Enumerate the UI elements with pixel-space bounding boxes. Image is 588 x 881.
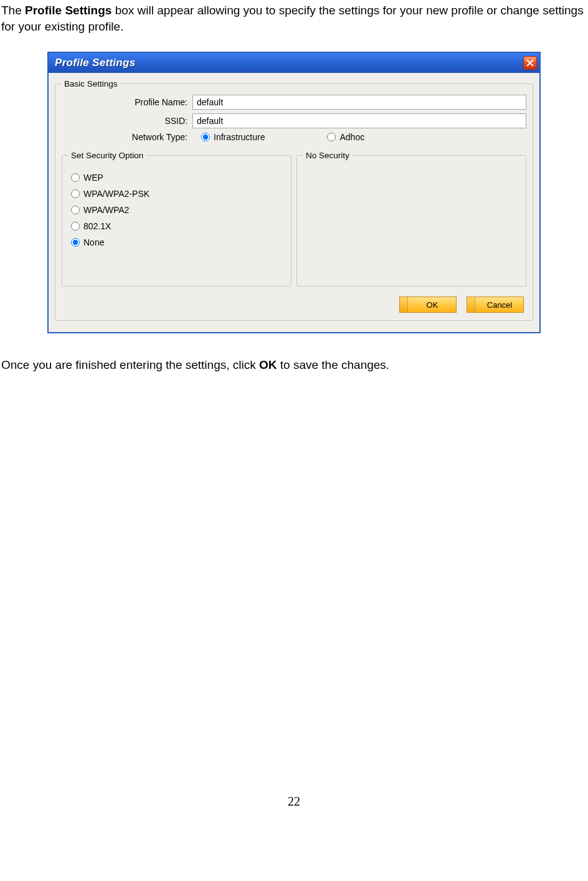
security-wpa[interactable]: WPA/WPA2 (71, 205, 285, 215)
profile-name-input[interactable] (192, 95, 526, 110)
radio-none[interactable] (71, 238, 80, 247)
security-option-legend: Set Security Option (69, 151, 146, 160)
security-none[interactable]: None (71, 237, 285, 247)
radio-infrastructure[interactable] (201, 133, 210, 141)
none-label: None (83, 237, 104, 247)
ssid-label: SSID: (62, 116, 192, 126)
radio-wpa[interactable] (71, 206, 80, 214)
security-wep[interactable]: WEP (71, 173, 285, 183)
intro-text: The Profile Settings box will appear all… (0, 0, 588, 34)
ok-button-label: OK (427, 300, 439, 310)
cancel-button-label: Cancel (487, 300, 512, 310)
ssid-input[interactable] (192, 113, 526, 128)
profile-name-label: Profile Name: (62, 97, 192, 107)
outro-bold: OK (259, 358, 277, 371)
dialog-title: Profile Settings (55, 57, 136, 69)
titlebar: Profile Settings (49, 53, 539, 73)
adhoc-label: Adhoc (339, 132, 364, 142)
page-number: 22 (0, 794, 588, 815)
basic-settings-legend: Basic Settings (62, 79, 120, 88)
radio-8021x[interactable] (71, 222, 80, 231)
outro-post: to save the changes. (277, 358, 390, 371)
cancel-button[interactable]: Cancel (467, 297, 524, 313)
dot1x-label: 802.1X (83, 221, 111, 231)
intro-bold: Profile Settings (25, 4, 111, 17)
wpapsk-label: WPA/WPA2-PSK (83, 189, 149, 199)
close-button[interactable] (523, 56, 537, 70)
intro-pre: The (1, 4, 25, 17)
basic-settings-group: Basic Settings Profile Name: SSID: Netwo… (55, 79, 533, 321)
network-type-label: Network Type: (62, 132, 192, 142)
radio-adhoc[interactable] (327, 133, 336, 141)
network-type-adhoc[interactable]: Adhoc (327, 132, 364, 142)
no-security-group: No Security (296, 151, 526, 287)
no-security-legend: No Security (303, 151, 352, 160)
security-option-group: Set Security Option WEP WPA/WPA2-PSK (62, 151, 292, 287)
security-wpapsk[interactable]: WPA/WPA2-PSK (71, 189, 285, 199)
security-8021x[interactable]: 802.1X (71, 221, 285, 231)
radio-wpapsk[interactable] (71, 189, 80, 198)
outro-pre: Once you are finished entering the setti… (1, 358, 259, 371)
outro-text: Once you are finished entering the setti… (0, 333, 588, 372)
profile-settings-dialog: Profile Settings Basic Settings Profile … (47, 52, 541, 333)
infrastructure-label: Infrastructure (214, 132, 265, 142)
network-type-infrastructure[interactable]: Infrastructure (201, 132, 265, 142)
radio-wep[interactable] (71, 173, 80, 182)
wep-label: WEP (83, 173, 103, 183)
wpa-label: WPA/WPA2 (83, 205, 129, 215)
close-icon (526, 59, 534, 67)
ok-button[interactable]: OK (399, 297, 457, 313)
